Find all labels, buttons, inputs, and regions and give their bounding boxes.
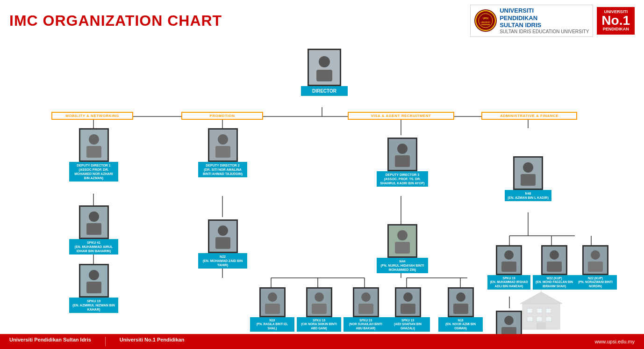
spku19d-label: SPKU 19 (AIDI SHAFIAN BIN GHAZALI) xyxy=(386,317,430,332)
svg-point-56 xyxy=(523,162,533,173)
dd3-node: DEPUTY DIRECTOR 3 (ASSOC. PROF. TS. DR. … xyxy=(377,138,428,187)
w22a-label: W22 (KUP) (EN. MOHD FADZLAN BIN IBRAHIM … xyxy=(533,275,576,290)
svg-point-54 xyxy=(456,292,465,302)
dd3-label: DEPUTY DIRECTOR 3 (ASSOC. PROF. TS. DR. … xyxy=(377,171,428,187)
svg-text:UPSI: UPSI xyxy=(483,17,488,20)
spku19e-photo xyxy=(496,245,522,275)
spku19c-label: SPKU 19 (NOR SUHAILAH BINTI ABU BAKAR) xyxy=(343,317,388,332)
spku19b-label: SPKU 19 (CIK NORA SHIKIN BINTI ABD GANI) xyxy=(297,317,341,332)
svg-text:PENDIDIKAN: PENDIDIKAN xyxy=(481,24,490,26)
spku19a-label: SPKU 19 (EN. AZMIRUL NIZWAN BIN KAHAR) xyxy=(69,298,118,313)
page-title: IMC ORGANIZATION CHART xyxy=(9,12,222,29)
n19b-label: N19 (EN. NOOR AZMI BIN OSMAN) xyxy=(438,317,483,332)
svg-rect-53 xyxy=(401,304,415,314)
n22-node: N22 (EN. MOHAMAD ZAID BIN TAHIR) xyxy=(198,219,247,269)
footer-divider xyxy=(105,337,106,346)
section-promotion: PROMOTION xyxy=(181,112,263,120)
n48-node: N48 (EN. AZMAN BIN L KADIR) xyxy=(505,156,551,201)
spku19e-label: SPKU 19 (EN. MUHAMMAD IRSHAD ADLI BIN HA… xyxy=(487,275,530,290)
dd3-photo xyxy=(387,138,417,171)
svg-rect-51 xyxy=(395,242,410,254)
director-photo xyxy=(308,49,341,86)
upsi-text: UNIVERSITIPENDIDIKANSULTAN IDRIS SULTAN … xyxy=(500,7,589,35)
svg-point-36 xyxy=(89,270,99,280)
dd2-photo xyxy=(208,128,238,162)
n22-label: N22 (EN. MOHAMAD ZAID BIN TAHIR) xyxy=(198,253,247,269)
n19b-node: N19 (EN. NOOR AZMI BIN OSMAN) xyxy=(438,287,483,332)
director-label: DIRECTOR xyxy=(301,86,348,96)
footer-left: Universiti Pendidikan Sultan Idris Unive… xyxy=(9,337,185,346)
dd2-node: DEPUTY DIRECTOR 2 (DR. SITI NOR AMALINA … xyxy=(198,128,247,177)
svg-marker-67 xyxy=(520,292,562,304)
org-chart: MOBILITY & NETWORKING PROMOTION VISA & A… xyxy=(0,39,644,348)
n44-label: N44 (PN. NURUL HIDAYAH BINTI MOHAMMED ZI… xyxy=(377,258,428,273)
spku19e-node: SPKU 19 (EN. MUHAMMAD IRSHAD ADLI BIN HA… xyxy=(487,245,530,290)
svg-rect-35 xyxy=(86,223,101,235)
director-node: DIRECTOR xyxy=(301,49,348,96)
n19a-node: N19 (PN. RASILA BINTI EL SHAL) xyxy=(250,287,294,332)
svg-point-38 xyxy=(218,134,228,145)
spku41-label: SPKU 41 (EN. MUHAMMAD AIRUL IDHAM BIN BA… xyxy=(69,239,118,254)
upsi-logo: UPSI UNIVERSITI PENDIDIKAN UNIVERSITIPEN… xyxy=(470,5,593,37)
svg-rect-41 xyxy=(215,237,230,249)
n19a-label: N19 (PN. RASILA BINTI EL SHAL) xyxy=(250,317,294,332)
svg-rect-33 xyxy=(86,146,101,158)
svg-point-42 xyxy=(268,292,277,302)
n22-photo xyxy=(208,219,238,253)
svg-point-46 xyxy=(361,292,371,302)
n44-photo xyxy=(387,224,417,258)
svg-point-58 xyxy=(504,250,514,260)
footer-text2: Universiti No.1 Pendidikan xyxy=(120,337,185,346)
section-mobility: MOBILITY & NETWORKING xyxy=(51,112,133,120)
svg-rect-63 xyxy=(547,262,562,272)
svg-rect-55 xyxy=(453,304,468,314)
svg-point-48 xyxy=(397,144,408,154)
n48-photo xyxy=(513,156,543,190)
spku19d-photo xyxy=(395,287,421,317)
svg-rect-39 xyxy=(215,146,230,158)
w22a-node: W22 (KUP) (EN. MOHD FADZLAN BIN IBRAHIM … xyxy=(533,245,576,290)
svg-rect-37 xyxy=(86,282,101,293)
dd1-node: DEPUTY DIRECTOR 1 (ASSOC PROF. DR. MOHAM… xyxy=(69,128,118,182)
w22b-photo xyxy=(582,245,608,275)
svg-rect-72 xyxy=(537,317,542,321)
spku19c-photo xyxy=(353,287,379,317)
n19b-photo xyxy=(448,287,474,317)
spku19b-photo xyxy=(306,287,332,317)
footer-url: www.upsi.edu.my xyxy=(594,339,635,344)
section-visa: VISA & AGENT RECRUITMENT xyxy=(348,112,454,120)
svg-point-52 xyxy=(403,292,413,302)
spku41-node: SPKU 41 (EN. MUHAMMAD AIRUL IDHAM BIN BA… xyxy=(69,205,118,254)
svg-point-64 xyxy=(591,250,600,260)
w22b-label: N22 (KUP) (PN. NORAZWANI BINTI NORDIN) xyxy=(574,275,617,290)
svg-point-32 xyxy=(89,134,99,145)
svg-rect-49 xyxy=(395,155,410,167)
spku19d-node: SPKU 19 (AIDI SHAFIAN BIN GHAZALI) xyxy=(386,287,430,332)
spku19c-node: SPKU 19 (NOR SUHAILAH BINTI ABU BAKAR) xyxy=(343,287,388,332)
spku19a-photo xyxy=(79,264,109,298)
upsi-emblem: UPSI UNIVERSITI PENDIDIKAN xyxy=(474,9,497,32)
svg-point-44 xyxy=(315,292,324,302)
svg-text:UNIVERSITI: UNIVERSITI xyxy=(481,22,490,23)
dd1-label: DEPUTY DIRECTOR 1 (ASSOC PROF. DR. MOHAM… xyxy=(69,162,118,182)
w22b-node: N22 (KUP) (PN. NORAZWANI BINTI NORDIN) xyxy=(574,245,617,290)
w22a-photo xyxy=(541,245,567,275)
svg-point-40 xyxy=(218,225,228,236)
logos: UPSI UNIVERSITI PENDIDIKAN UNIVERSITIPEN… xyxy=(470,5,635,37)
svg-point-62 xyxy=(550,250,559,260)
n48-label: N48 (EN. AZMAN BIN L KADIR) xyxy=(505,190,551,201)
spku41-photo xyxy=(79,205,109,239)
svg-rect-65 xyxy=(588,262,603,272)
svg-point-50 xyxy=(397,230,408,240)
svg-rect-47 xyxy=(358,304,373,314)
dd2-label: DEPUTY DIRECTOR 2 (DR. SITI NOR AMALINA … xyxy=(198,162,247,177)
no1-logo: UNIVERSITI No.1 PENDIDIKAN xyxy=(597,7,635,35)
svg-rect-45 xyxy=(312,304,327,314)
footer-text1: Universiti Pendidikan Sultan Idris xyxy=(9,337,91,346)
svg-rect-57 xyxy=(521,174,536,186)
svg-point-30 xyxy=(319,56,330,67)
svg-rect-69 xyxy=(537,308,542,313)
svg-rect-43 xyxy=(265,304,280,314)
header: IMC ORGANIZATION CHART UPSI UNIVERSITI P… xyxy=(0,0,644,39)
dd1-photo xyxy=(79,128,109,162)
